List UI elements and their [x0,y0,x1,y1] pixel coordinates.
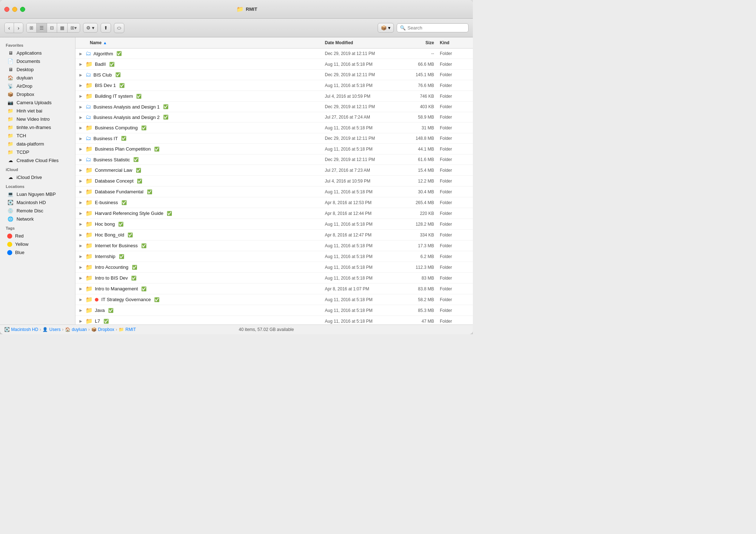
sidebar-item-tch[interactable]: 📁 TCH [1,132,74,140]
table-row[interactable]: ▶ 📁E-business ✅ Apr 8, 2016 at 12:53 PM … [75,197,473,208]
icon-view-button[interactable]: ⊞ [27,23,37,32]
sidebar-item-tag-red[interactable]: Red [1,232,74,240]
network-icon: 🌐 [7,216,14,222]
table-row[interactable]: ▶ 📁Internet for Business ✅ Aug 11, 2016 … [75,240,473,251]
action-button[interactable]: ⚙ ▾ [83,23,98,33]
file-row-size: 66.6 MB [401,61,437,68]
sidebar-item-tag-blue[interactable]: Blue [1,248,74,257]
laptop-icon: 💻 [7,192,14,197]
file-row-kind: Folder [437,82,473,89]
share-button[interactable]: ⬆ [101,23,111,33]
sidebar-item-macintosh-hd[interactable]: 💽 Macintosh HD [1,198,74,207]
col-kind-header[interactable]: Kind [437,39,473,47]
home-icon: 🏠 [7,75,14,80]
sync-status-icon: ✅ [120,83,125,88]
file-row-kind: Folder [437,135,473,142]
expand-arrow-icon: ▶ [78,179,83,183]
table-row[interactable]: ▶ 🗂Business Analysis and Design 1 ✅ Dec … [75,102,473,112]
dropbox-button[interactable]: 📦 ▾ [378,23,394,33]
col-size-header[interactable]: Size [401,39,437,47]
breadcrumb-rmit[interactable]: RMIT [125,327,136,332]
table-row[interactable]: ▶ 📁BadII ✅ Aug 11, 2016 at 5:18 PM 66.6 … [75,59,473,70]
sidebar-item-network[interactable]: 🌐 Network [1,215,74,223]
table-row[interactable]: ▶ 📁Internship ✅ Aug 11, 2016 at 5:18 PM … [75,251,473,262]
table-row[interactable]: ▶ 📁Intro Accounting ✅ Aug 11, 2016 at 5:… [75,262,473,273]
gallery-view-button[interactable]: ▦ [57,23,68,32]
search-bar[interactable]: 🔍 [397,23,469,32]
table-row[interactable]: ▶ 📁Hoc Bong_old ✅ Apr 8, 2016 at 12:47 P… [75,230,473,240]
close-button[interactable] [4,7,9,12]
search-input[interactable] [407,25,465,31]
breadcrumb-macintosh-hd[interactable]: Macintosh HD [11,327,38,332]
back-button[interactable]: ‹ [5,23,14,33]
view-options-button[interactable]: ⊞▾ [68,23,80,32]
sidebar-item-icloud-drive[interactable]: ☁ iCloud Drive [1,173,74,181]
sidebar-item-label: iCloud Drive [17,175,42,180]
file-name-text: Building IT system [95,93,133,99]
file-row-name: ▶ 📁Internet for Business ✅ [75,241,322,250]
sidebar-item-dropbox[interactable]: 📦 Dropbox [1,90,74,98]
file-row-kind: Folder [437,242,473,249]
sidebar-item-camera-uploads[interactable]: 📷 Camera Uploads [1,98,74,107]
file-row-name: ▶ 🗂Business Statistic ✅ [75,155,322,164]
file-row-name: ▶ 📁BadII ✅ [75,60,322,69]
sidebar-item-label: Network [17,216,34,222]
file-row-size: 47 MB [401,318,437,325]
folder-icon: 📁 [7,116,14,122]
sidebar-item-new-video-intro[interactable]: 📁 New Video Intro [1,115,74,123]
file-row-name: ▶ 📁IT Strategy Governance ✅ [75,295,322,304]
col-name-header[interactable]: Name ▲ [75,39,322,47]
sidebar-item-applications[interactable]: 🖥 Applications [1,49,74,57]
table-row[interactable]: ▶ 🗂BIS Club ✅ Dec 29, 2019 at 12:11 PM 1… [75,70,473,80]
sidebar-item-tag-yellow[interactable]: Yellow [1,240,74,248]
expand-arrow-icon: ▶ [78,287,83,291]
file-name-text: Java [95,308,105,313]
table-row[interactable]: ▶ 📁Building IT system ✅ Jul 4, 2016 at 1… [75,91,473,102]
table-row[interactable]: ▶ 📁IT Strategy Governance ✅ Aug 11, 2016… [75,294,473,305]
table-row[interactable]: ▶ 📁Intro to Management ✅ Apr 8, 2016 at … [75,284,473,294]
sidebar-item-duyluan[interactable]: 🏠 duyluan [1,74,74,82]
sidebar-item-data-platform[interactable]: 📁 data-platform [1,140,74,148]
breadcrumb: 💽 Macintosh HD › 👤 Users › 🏠 duyluan › 📦… [4,327,136,332]
table-row[interactable]: ▶ 📁Intro to BIS Dev ✅ Aug 11, 2016 at 5:… [75,273,473,284]
file-row-name: ▶ 📁Hoc bong ✅ [75,220,322,229]
tag-button[interactable]: ⬭ [114,23,124,33]
sidebar-item-airdrop[interactable]: 📡 AirDrop [1,82,74,90]
sidebar-item-remote-disc[interactable]: 💿 Remote Disc [1,207,74,215]
table-row[interactable]: ▶ 📁Conmmercial Law ✅ Jul 27, 2016 at 7:2… [75,165,473,176]
list-view-button[interactable]: ☰ [37,23,47,32]
sidebar-item-documents[interactable]: 📄 Documents [1,57,74,65]
table-row[interactable]: ▶ 🗂Business Statistic ✅ Dec 29, 2019 at … [75,155,473,165]
sidebar-item-tcdp[interactable]: 📁 TCDP [1,148,74,156]
sidebar-item-tinhte[interactable]: 📁 tinhte.vn-iframes [1,123,74,132]
maximize-button[interactable] [20,7,25,12]
minimize-button[interactable] [12,7,17,12]
table-row[interactable]: ▶ 🗂Business IT ✅ Dec 29, 2019 at 12:11 P… [75,133,473,144]
breadcrumb-dropbox[interactable]: Dropbox [98,327,114,332]
table-row[interactable]: ▶ 📁Database Concept ✅ Jul 4, 2016 at 10:… [75,176,473,187]
sidebar-item-desktop[interactable]: 🖥 Desktop [1,65,74,74]
table-row[interactable]: ▶ 📁Java ✅ Aug 11, 2016 at 5:18 PM 85.3 M… [75,305,473,316]
file-row-name: ▶ 🗂Business IT ✅ [75,134,322,143]
file-row-kind: Folder [437,221,473,228]
sidebar-item-hinh-viet-bai[interactable]: 📁 Hinh viet bai [1,107,74,115]
table-row[interactable]: ▶ 📁Hoc bong ✅ Aug 11, 2016 at 5:18 PM 12… [75,219,473,230]
table-row[interactable]: ▶ 📁Harvard Referencing Style Guide ✅ Apr… [75,208,473,219]
column-view-button[interactable]: ⊟ [47,23,57,32]
table-row[interactable]: ▶ 📁BIS Dev 1 ✅ Aug 11, 2016 at 5:18 PM 7… [75,80,473,91]
file-row-size: 44.1 MB [401,146,437,153]
breadcrumb-duyluan[interactable]: duyluan [72,327,87,332]
sidebar-item-creative-cloud[interactable]: ☁ Creative Cloud Files [1,156,74,165]
sidebar-item-label: Desktop [17,67,34,72]
table-row[interactable]: ▶ 🗂Business Analysis and Design 2 ✅ Jul … [75,112,473,123]
table-row[interactable]: ▶ 📁Business Plan Competition ✅ Aug 11, 2… [75,144,473,155]
breadcrumb-users[interactable]: Users [49,327,60,332]
sidebar-item-luan-mbp[interactable]: 💻 Luan Nguyen MBP [1,190,74,198]
forward-button[interactable]: › [14,23,23,33]
col-date-header[interactable]: Date Modified [322,39,401,47]
table-row[interactable]: ▶ 📁Database Fundamental ✅ Aug 11, 2016 a… [75,187,473,197]
table-row[interactable]: ▶ 📁L7 ✅ Aug 11, 2016 at 5:18 PM 47 MB Fo… [75,316,473,324]
sidebar: Favorites 🖥 Applications 📄 Documents 🖥 D… [0,37,75,324]
table-row[interactable]: ▶ 🗂Algorithm ✅ Dec 29, 2019 at 12:11 PM … [75,49,473,59]
table-row[interactable]: ▶ 📁Business Computing ✅ Aug 11, 2016 at … [75,123,473,133]
